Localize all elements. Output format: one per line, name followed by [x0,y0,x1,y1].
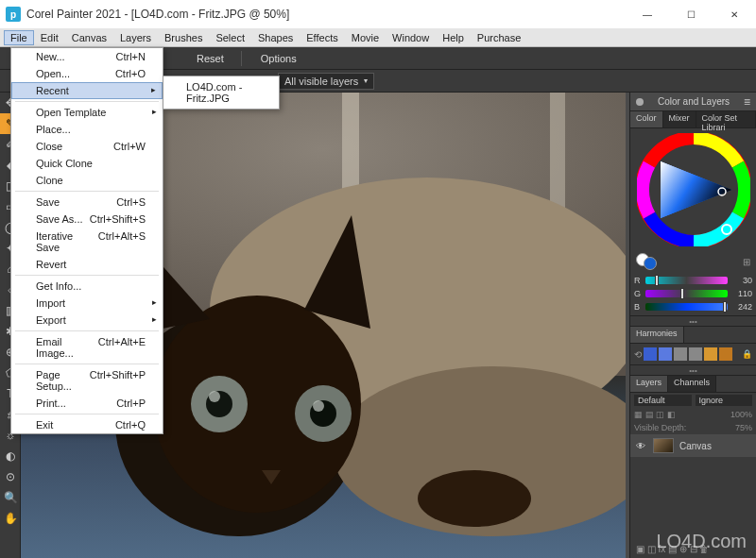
menu-window[interactable]: Window [386,30,436,45]
panel-title: Color and Layers [658,96,730,107]
tool-burn[interactable]: ◐ [0,446,21,466]
swatch-tools-icon[interactable]: ⊞ [743,257,750,267]
svg-point-10 [209,391,220,402]
file-menu-export[interactable]: Export▸ [11,312,163,329]
file-menu-iterative-save[interactable]: Iterative SaveCtrl+Alt+S [11,228,163,256]
tool-hand[interactable]: ✋ [0,508,21,529]
window-title: Corel Painter 2021 - [LO4D.com - Fritz.J… [26,8,289,21]
options-label[interactable]: Options [242,51,316,66]
menu-separator [15,101,159,102]
g-label: G [634,289,642,298]
r-slider[interactable] [645,277,728,284]
rgb-sliders: R30 G110 B242 [630,272,756,315]
layer-item-canvas[interactable]: 👁 Canvas [630,434,756,457]
watermark: LO4D.com [656,531,747,552]
file-menu-print-[interactable]: Print...Ctrl+P [11,395,163,412]
file-menu-save[interactable]: SaveCtrl+S [11,194,163,211]
menu-separator [15,191,159,192]
harmony-swatch[interactable] [689,347,702,361]
tool-zoom[interactable]: 🔍 [0,487,21,508]
file-menu-recent[interactable]: Recent▸ [11,82,163,99]
color-tab-color[interactable]: Color [630,111,663,127]
file-menu-exit[interactable]: ExitCtrl+Q [11,416,163,433]
color-wheel[interactable] [630,128,756,251]
panel-dot-icon [636,98,644,106]
menu-effects[interactable]: Effects [300,30,344,45]
file-menu-quick-clone[interactable]: Quick Clone [11,155,163,172]
layer-tab-layers[interactable]: Layers [630,376,668,392]
file-menu-get-info-[interactable]: Get Info... [11,278,163,295]
file-menu-open-template[interactable]: Open Template▸ [11,104,163,121]
layer-tab-channels[interactable]: Channels [668,376,716,392]
harmony-swatch[interactable] [704,347,717,361]
menu-help[interactable]: Help [436,30,471,45]
panel-menu-icon[interactable]: ≡ [744,95,750,109]
menu-separator [15,330,159,331]
menu-shapes[interactable]: Shapes [251,30,300,45]
menu-brushes[interactable]: Brushes [158,30,209,45]
visible-depth-label: Visible Depth: [634,423,686,432]
file-menu-revert[interactable]: Revert [11,256,163,273]
layer-thumbnail [653,438,674,453]
menu-select[interactable]: Select [209,30,251,45]
chevron-down-icon: ▾ [364,76,368,85]
color-tab-color-set-librari[interactable]: Color Set Librari [696,111,756,127]
menu-canvas[interactable]: Canvas [65,30,113,45]
file-menu-import[interactable]: Import▸ [11,295,163,312]
sample-dropdown[interactable]: All visible layers ▾ [278,73,374,90]
menu-layers[interactable]: Layers [113,30,158,45]
file-menu-open-[interactable]: Open...Ctrl+O [11,65,163,82]
menu-file[interactable]: File [4,30,34,45]
title-bar: p Corel Painter 2021 - [LO4D.com - Fritz… [0,0,756,28]
harmony-swatch[interactable] [674,347,687,361]
harmony-prev-icon[interactable]: ⟲ [634,349,642,360]
r-value: 30 [731,276,752,285]
svg-point-13 [313,400,324,412]
tool-nav[interactable]: ⊙ [0,466,21,487]
b-slider[interactable] [645,303,728,311]
harmony-swatch[interactable] [659,347,672,361]
harmonies-tab[interactable]: Harmonies [630,327,684,343]
panel-drag-handle[interactable]: ••• [630,315,756,327]
opacity-value[interactable]: 100% [730,410,752,419]
close-button[interactable]: ✕ [713,0,756,28]
submenu-arrow-icon: ▸ [152,314,157,324]
eye-icon[interactable]: 👁 [636,441,647,451]
layer-icons-row[interactable]: ▦ ▤ ◫ ◧ [634,410,676,419]
panel-drag-handle[interactable]: ••• [630,364,756,376]
menu-edit[interactable]: Edit [34,30,65,45]
submenu-arrow-icon: ▸ [152,297,157,307]
file-menu-dropdown: New...Ctrl+NOpen...Ctrl+ORecent▸Open Tem… [10,47,163,434]
file-menu-place-[interactable]: Place... [11,121,163,138]
file-menu-new-[interactable]: New...Ctrl+N [11,48,163,65]
reset-button[interactable]: Reset [180,51,242,66]
g-value: 110 [731,289,752,298]
menu-movie[interactable]: Movie [345,30,386,45]
menu-bar: FileEditCanvasLayersBrushesSelectShapesE… [0,28,756,47]
minimize-button[interactable]: — [626,0,669,28]
recent-file-item[interactable]: LO4D.com - Fritz.JPG [163,78,279,107]
composite-select[interactable]: Ignore [696,395,753,406]
svg-point-14 [418,470,531,527]
file-menu-close[interactable]: CloseCtrl+W [11,138,163,155]
recent-submenu: LO4D.com - Fritz.JPG [163,76,280,110]
harmonies-row: ⟲ 🔒 [630,344,756,364]
visible-depth-value[interactable]: 75% [735,423,752,432]
menu-separator [15,364,159,364]
lock-icon[interactable]: 🔒 [742,349,752,359]
blend-mode-select[interactable]: Default [634,395,692,406]
harmony-swatch[interactable] [719,347,732,361]
file-menu-save-as-[interactable]: Save As...Ctrl+Shift+S [11,211,163,228]
file-menu-page-setup-[interactable]: Page Setup...Ctrl+Shift+P [11,366,163,395]
g-slider[interactable] [645,290,728,297]
color-tabs: ColorMixerColor Set Librari [630,111,756,128]
layer-name: Canvas [679,441,712,451]
panel-header[interactable]: Color and Layers ≡ [630,93,756,111]
menu-purchase[interactable]: Purchase [471,30,527,45]
file-menu-clone[interactable]: Clone [11,172,163,189]
color-swatch-pair[interactable] [636,253,659,270]
maximize-button[interactable]: ☐ [669,0,713,28]
file-menu-email-image-[interactable]: Email Image...Ctrl+Alt+E [11,333,163,362]
harmony-swatch[interactable] [644,347,657,361]
color-tab-mixer[interactable]: Mixer [663,111,696,127]
